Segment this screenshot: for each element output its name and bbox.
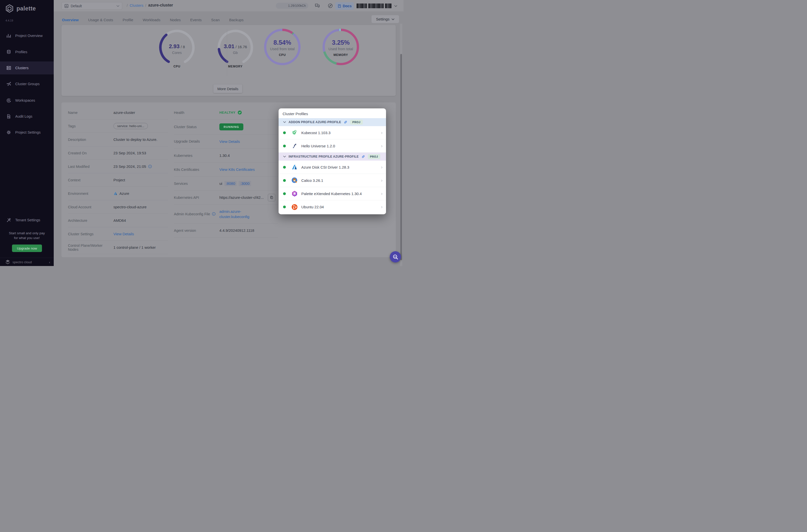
chevron-right-icon: › bbox=[381, 178, 382, 183]
bar-chart-icon bbox=[6, 33, 11, 38]
breadcrumb-separator: / bbox=[145, 3, 146, 7]
sidebar-item-workspaces[interactable]: Workspaces bbox=[0, 94, 54, 107]
kubeconfig-download-link[interactable]: admin.azure-cluster.kubeconfig bbox=[219, 209, 249, 219]
health-status: HEALTHY bbox=[219, 111, 236, 114]
tab-usage-costs[interactable]: Usage & Costs bbox=[88, 14, 114, 26]
tab-events[interactable]: Events bbox=[190, 14, 202, 26]
service-name: ui bbox=[219, 181, 222, 186]
detail-row-description: Description Cluster to deploy to Azure. bbox=[68, 133, 168, 146]
cpu-donut-percent: 8.54% bbox=[264, 39, 301, 46]
copy-button[interactable] bbox=[268, 194, 275, 201]
chevron-down-icon bbox=[392, 18, 394, 20]
ubuntu-logo bbox=[291, 204, 298, 210]
tools-icon bbox=[6, 217, 11, 223]
check-circle-icon bbox=[238, 110, 242, 115]
memory-total-value: 16.76 bbox=[238, 45, 247, 49]
sidebar-item-project-overview[interactable]: Project Overview bbox=[0, 29, 54, 42]
sidebar-item-audit-logs[interactable]: Audit Logs bbox=[0, 110, 54, 123]
sidebar-item-label: Workspaces bbox=[15, 98, 35, 102]
tab-bar: Overview Usage & Costs Profile Workloads… bbox=[61, 14, 244, 26]
detail-row-cluster-settings: Cluster Settings View Details bbox=[68, 227, 168, 241]
account-menu[interactable] bbox=[357, 3, 397, 8]
info-icon[interactable] bbox=[148, 165, 152, 168]
memory-gauge: 3.01 / 16.76 Gb MEMORY bbox=[217, 29, 254, 66]
cpu-donut-caption: Used from total bbox=[264, 47, 301, 51]
chevron-down-icon bbox=[283, 156, 286, 158]
sidebar-item-tenant-settings[interactable]: Tenant Settings bbox=[0, 213, 54, 227]
utilization-card: 2.93 / 8 Cores CPU 3.01 / 16.76 Gb MEMOR… bbox=[61, 25, 396, 96]
chevron-right-icon: › bbox=[381, 204, 382, 210]
sidebar: palette 4.4.19 Project Overview Profiles… bbox=[0, 0, 54, 266]
cpu-total-value: 8 bbox=[183, 45, 185, 49]
chevron-down-icon bbox=[116, 5, 119, 7]
service-port-link[interactable]: :8080 bbox=[224, 181, 237, 186]
detail-row-upgrade-details: Upgrade Details View Details bbox=[174, 134, 278, 149]
status-dot bbox=[283, 192, 286, 195]
addon-profile-section-header[interactable]: ADDON PROFILE AZURE-PROFILE PROJ bbox=[279, 118, 386, 126]
assistant-search-button[interactable] bbox=[390, 251, 401, 263]
profile-row-calico[interactable]: Calico 3.26.1 › bbox=[279, 174, 386, 187]
orbit-icon bbox=[6, 98, 11, 103]
scrollbar-thumb[interactable] bbox=[400, 54, 402, 260]
status-dot bbox=[283, 179, 286, 182]
sidebar-item-label: Cluster Groups bbox=[15, 82, 40, 86]
detail-row-services: Services ui :8080 :3000 bbox=[174, 176, 278, 191]
profile-row-kubecost[interactable]: Kubecost 1.103.3 › bbox=[279, 126, 386, 139]
profile-row-hello-universe[interactable]: Hello Universe 1.2.0 › bbox=[279, 139, 386, 153]
network-icon bbox=[6, 81, 11, 87]
sidebar-item-cluster-groups[interactable]: Cluster Groups bbox=[0, 77, 54, 90]
info-icon[interactable] bbox=[212, 212, 215, 216]
spectro-cloud-logo bbox=[5, 260, 11, 265]
cpu-donut: 8.54% Used from total CPU bbox=[264, 28, 301, 65]
chat-icon[interactable] bbox=[315, 3, 320, 8]
audit-logs-icon bbox=[6, 114, 11, 119]
infrastructure-profile-section-header[interactable]: INFRASTRUCTURE PROFILE AZURE-PROFILE PRO… bbox=[279, 153, 386, 160]
details-right-column: Health HEALTHY Cluster Status RUNNING Up… bbox=[174, 106, 278, 238]
profile-row-ubuntu[interactable]: Ubuntu 22.04 › bbox=[279, 200, 386, 213]
status-dot bbox=[283, 206, 286, 208]
compass-icon[interactable] bbox=[327, 3, 333, 8]
sidebar-item-project-settings[interactable]: Project Settings bbox=[0, 126, 54, 139]
service-port-link[interactable]: :3000 bbox=[239, 181, 251, 186]
detail-row-environment: Environment Azure bbox=[68, 187, 168, 200]
more-details-button[interactable]: More Details bbox=[213, 84, 242, 93]
sidebar-footer: spectro cloud ‹ bbox=[0, 258, 54, 266]
tab-workloads[interactable]: Workloads bbox=[142, 14, 161, 26]
sidebar-item-clusters[interactable]: Clusters bbox=[0, 61, 54, 74]
view-k8s-certificates-link[interactable]: View K8s Certificates bbox=[219, 167, 255, 172]
breadcrumb-separator: / bbox=[127, 3, 128, 7]
detail-row-k8s-certificates: K8s Certificates View K8s Certificates bbox=[174, 163, 278, 176]
details-left-column: Name azure-cluster Tags service: hello-u… bbox=[68, 106, 168, 254]
layers-icon bbox=[6, 50, 11, 54]
cluster-settings-view-details-link[interactable]: View Details bbox=[113, 232, 134, 236]
hello-universe-logo bbox=[291, 142, 298, 149]
breadcrumb-current: azure-cluster bbox=[148, 3, 173, 7]
sidebar-item-profiles[interactable]: Profiles bbox=[0, 45, 54, 58]
link-icon bbox=[343, 120, 348, 124]
docs-button[interactable]: Docs bbox=[335, 2, 354, 10]
upgrade-now-button[interactable]: Upgrade now bbox=[12, 245, 42, 252]
redacted-account-text bbox=[385, 3, 392, 8]
status-dot bbox=[283, 131, 286, 134]
project-selector[interactable]: Default bbox=[61, 2, 122, 10]
tab-nodes[interactable]: Nodes bbox=[169, 14, 181, 26]
chevron-down-icon bbox=[394, 5, 397, 7]
memory-donut-caption: Used from total bbox=[322, 47, 359, 51]
collapse-sidebar-icon[interactable]: ‹ bbox=[49, 260, 50, 264]
settings-button[interactable]: Settings bbox=[371, 15, 399, 23]
tab-scan[interactable]: Scan bbox=[211, 14, 220, 26]
cpu-donut-label: CPU bbox=[264, 53, 301, 57]
tab-overview[interactable]: Overview bbox=[61, 14, 79, 26]
tab-backups[interactable]: Backups bbox=[229, 14, 244, 26]
breadcrumb-clusters-link[interactable]: Clusters bbox=[130, 3, 144, 7]
memory-donut-percent: 3.25% bbox=[322, 39, 359, 46]
sidebar-item-label: Project Overview bbox=[15, 34, 43, 38]
sidebar-item-label: Project Settings bbox=[15, 130, 41, 134]
detail-row-kubernetes-api: Kubernetes API https://azure-cluster-cf4… bbox=[174, 191, 278, 205]
upgrade-view-details-link[interactable]: View Details bbox=[219, 139, 240, 144]
status-dot bbox=[283, 166, 286, 169]
profile-row-palette-extended-kubernetes[interactable]: Palette eXtended Kubernetes 1.30.4 › bbox=[279, 187, 386, 200]
azure-icon bbox=[113, 192, 117, 195]
tab-profile[interactable]: Profile bbox=[122, 14, 134, 26]
profile-row-azure-disk-csi[interactable]: Azure Disk CSI Driver 1.28.3 › bbox=[279, 160, 386, 174]
